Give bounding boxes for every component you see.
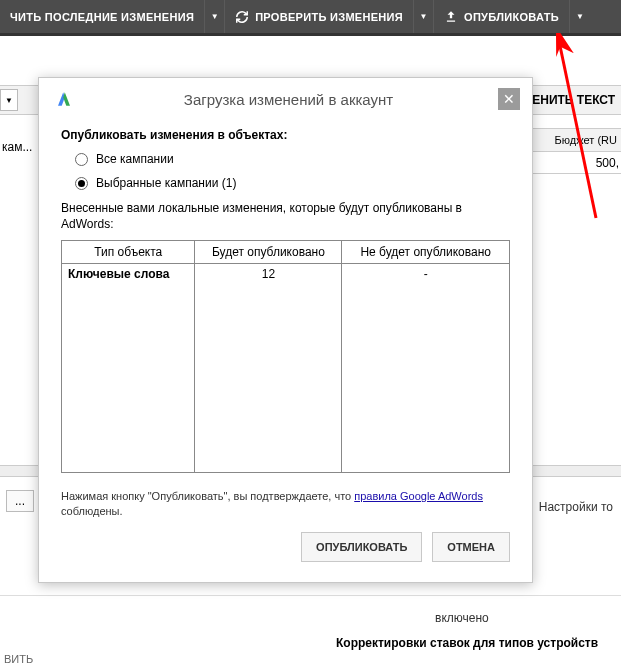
- bg-tab[interactable]: ...: [6, 490, 34, 512]
- refresh-icon: [235, 10, 249, 24]
- radio-selected-icon: [75, 177, 88, 190]
- dialog-actions: ОПУБЛИКОВАТЬ ОТМЕНА: [61, 532, 510, 568]
- agreement-text: Нажимая кнопку "Опубликовать", вы подтве…: [61, 489, 510, 520]
- adwords-logo-icon: [55, 90, 73, 108]
- caret-down-icon: ▼: [5, 96, 13, 105]
- col-wont-publish: Не будет опубликовано: [342, 241, 510, 264]
- toolbar-btn3-label: ОПУБЛИКОВАТЬ: [464, 11, 559, 23]
- col-will-publish: Будет опубликовано: [195, 241, 342, 264]
- dialog-cancel-button[interactable]: ОТМЕНА: [432, 532, 510, 562]
- check-changes-button[interactable]: ПРОВЕРИТЬ ИЗМЕНЕНИЯ: [225, 0, 414, 33]
- bg-left-label: кам...: [2, 140, 32, 154]
- tab-dots-label: ...: [15, 494, 25, 508]
- device-bid-section-title: Корректировки ставок для типов устройств: [336, 636, 598, 650]
- table-row: Ключевые слова 12 -: [62, 264, 510, 285]
- publish-dropdown[interactable]: ▼: [570, 0, 590, 33]
- dialog-close-button[interactable]: ✕: [498, 88, 520, 110]
- main-toolbar: ЧИТЬ ПОСЛЕДНИЕ ИЗМЕНЕНИЯ ▼ ПРОВЕРИТЬ ИЗМ…: [0, 0, 621, 36]
- cell-keywords-label: Ключевые слова: [62, 264, 195, 285]
- dialog-body: Опубликовать изменения в объектах: Все к…: [39, 118, 532, 582]
- cell-keywords-publish: 12: [195, 264, 342, 285]
- radio-selected-label: Выбранные кампании (1): [96, 176, 236, 190]
- table-spacer: [62, 284, 510, 472]
- bg-footer-left: ВИТЬ: [4, 653, 33, 665]
- publish-button[interactable]: ОПУБЛИКОВАТЬ: [434, 0, 570, 33]
- publish-dialog: Загрузка изменений в аккаунт ✕ Опубликов…: [38, 77, 533, 583]
- get-recent-changes-dropdown[interactable]: ▼: [205, 0, 225, 33]
- changes-table: Тип объекта Будет опубликовано Не будет …: [61, 240, 510, 473]
- dialog-titlebar: Загрузка изменений в аккаунт ✕: [39, 78, 532, 118]
- changes-description: Внесенные вами локальные изменения, кото…: [61, 200, 510, 232]
- budget-value-cell: 500,: [531, 152, 621, 174]
- check-changes-dropdown[interactable]: ▼: [414, 0, 434, 33]
- bg-dropdown-left[interactable]: ▼: [0, 89, 18, 111]
- table-header-row: Тип объекта Будет опубликовано Не будет …: [62, 241, 510, 264]
- upload-icon: [444, 10, 458, 24]
- dialog-publish-button[interactable]: ОПУБЛИКОВАТЬ: [301, 532, 422, 562]
- close-icon: ✕: [503, 92, 515, 106]
- caret-down-icon: ▼: [211, 12, 219, 21]
- cell-keywords-nopublish: -: [342, 264, 510, 285]
- radio-all-label: Все кампании: [96, 152, 174, 166]
- caret-down-icon: ▼: [576, 12, 584, 21]
- dialog-title: Загрузка изменений в аккаунт: [79, 91, 498, 108]
- radio-selected-campaigns[interactable]: Выбранные кампании (1): [75, 176, 510, 190]
- agree-pre: Нажимая кнопку "Опубликовать", вы подтве…: [61, 490, 354, 502]
- agree-post: соблюдены.: [61, 505, 123, 517]
- budget-header-cell: Бюджет (RU: [531, 128, 621, 152]
- publish-scope-header: Опубликовать изменения в объектах:: [61, 128, 510, 142]
- adwords-policies-link[interactable]: правила Google AdWords: [354, 490, 483, 502]
- toolbar-btn1-label: ЧИТЬ ПОСЛЕДНИЕ ИЗМЕНЕНИЯ: [10, 11, 194, 23]
- bg-status-label: включено: [435, 611, 489, 625]
- get-recent-changes-button[interactable]: ЧИТЬ ПОСЛЕДНИЕ ИЗМЕНЕНИЯ: [0, 0, 205, 33]
- bg-divider-2: [0, 595, 621, 596]
- col-object-type: Тип объекта: [62, 241, 195, 264]
- radio-all-campaigns[interactable]: Все кампании: [75, 152, 510, 166]
- change-text-button[interactable]: ЕНИТЬ ТЕКСТ: [532, 93, 615, 107]
- caret-down-icon: ▼: [420, 12, 428, 21]
- radio-icon: [75, 153, 88, 166]
- toolbar-btn2-label: ПРОВЕРИТЬ ИЗМЕНЕНИЯ: [255, 11, 403, 23]
- bg-settings-label: Настройки то: [539, 500, 613, 514]
